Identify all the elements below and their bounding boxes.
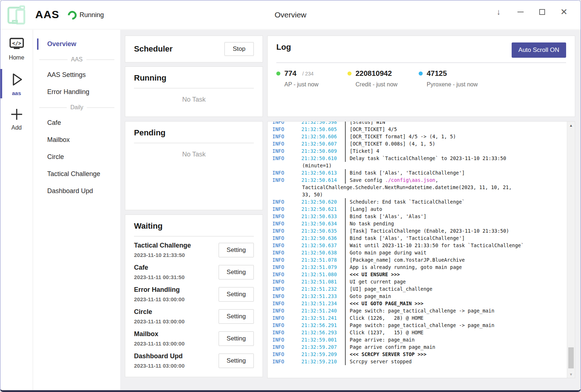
log-time: 21:32:51.232 bbox=[301, 285, 344, 293]
setting-button[interactable]: Setting bbox=[219, 331, 254, 346]
log-view[interactable]: INFO21:32:50.598[Status] WININFO21:32:50… bbox=[267, 121, 575, 378]
log-message: Bind task ['Alas', 'TacticalChallenge'] bbox=[350, 234, 575, 242]
log-time: 21:32:59.210 bbox=[301, 358, 344, 365]
log-level: INFO bbox=[272, 343, 301, 351]
log-message: Wait until 2023-11-10 21:33:50 for task … bbox=[350, 242, 575, 249]
log-message: Scheduler: End task `TacticalChallenge` bbox=[350, 198, 575, 205]
rail-item-aas[interactable]: aas bbox=[0, 68, 33, 100]
log-row: INFO21:32:50.610Delay task `TacticalChal… bbox=[272, 155, 575, 162]
log-message: Click (1226, 28) @ HOME bbox=[350, 314, 575, 322]
log-time: 21:32:50.634 bbox=[301, 220, 344, 227]
sidebar-item-mailbox[interactable]: Mailbox bbox=[33, 133, 120, 147]
scrollbar-up-icon[interactable]: ▲ bbox=[567, 122, 575, 129]
code-monitor-icon: </> bbox=[9, 37, 24, 53]
log-message: App is already running, goto main page bbox=[350, 264, 575, 271]
log-row: INFO21:32:59.209<<< SCRCPY SERVER STOP >… bbox=[272, 351, 575, 358]
log-message: Page arrive: page_main bbox=[350, 336, 575, 343]
log-time: 21:32:50.606 bbox=[301, 133, 344, 140]
setting-button[interactable]: Setting bbox=[219, 354, 254, 368]
setting-button[interactable]: Setting bbox=[219, 265, 254, 279]
setting-button[interactable]: Setting bbox=[219, 243, 254, 257]
log-time: 21:32:50.605 bbox=[301, 126, 344, 133]
waiting-title: Waiting bbox=[134, 221, 254, 231]
scrollbar-thumb[interactable] bbox=[568, 347, 574, 368]
log-level: INFO bbox=[272, 271, 301, 278]
waiting-task-row: Circle2023-11-11 03:00:00Setting bbox=[134, 305, 254, 327]
stop-button[interactable]: Stop bbox=[224, 42, 254, 56]
log-separator bbox=[345, 126, 346, 133]
log-level: INFO bbox=[272, 121, 301, 126]
left-rail: </>HomeaasAdd bbox=[0, 30, 33, 390]
rail-item-home[interactable]: </>Home bbox=[0, 33, 33, 65]
log-scrollbar[interactable]: ▲ ▼ bbox=[567, 122, 575, 378]
log-level: INFO bbox=[272, 140, 301, 147]
log-row: INFO21:32:50.605[OCR_TICKET] 4/5 bbox=[272, 126, 575, 133]
waiting-task-time: 2023-11-11 00:31:50 bbox=[134, 274, 184, 280]
log-message: Click (1237, 15) @ HOME bbox=[350, 329, 575, 336]
log-level: INFO bbox=[272, 249, 301, 256]
log-message: Bind task ['Alas', 'TacticalChallenge'] bbox=[350, 169, 575, 176]
sidebar-item-cafe[interactable]: Cafe bbox=[33, 116, 120, 130]
waiting-task-info: Mailbox2023-11-11 03:00:00 bbox=[134, 330, 184, 347]
waiting-task-info: Circle2023-11-11 03:00:00 bbox=[134, 308, 184, 324]
log-row: INFO21:32:50.634No task pending bbox=[272, 220, 575, 227]
log-message: [OCR_TICKET] 4/5 bbox=[350, 126, 575, 133]
log-time: 21:32:50.635 bbox=[301, 227, 344, 234]
log-separator bbox=[345, 140, 346, 147]
auto-scroll-button[interactable]: Auto Scroll ON bbox=[512, 42, 566, 58]
nav-section-divider: AAS bbox=[33, 54, 120, 65]
log-row: INFO21:32:50.609[Ticket] 4 bbox=[272, 147, 575, 155]
pending-title: Pending bbox=[134, 128, 254, 138]
log-row: INFO21:32:51.078[Package_name] com.Yosta… bbox=[272, 256, 575, 264]
minimize-icon[interactable] bbox=[514, 5, 527, 19]
sidebar-item-dashboard-upd[interactable]: Dashboard Upd bbox=[33, 184, 120, 198]
waiting-task-time: 2023-11-11 03:00:00 bbox=[134, 296, 184, 302]
sidebar-item-circle[interactable]: Circle bbox=[33, 150, 120, 164]
log-message: Page switch: page_tactical_challenge -> … bbox=[350, 322, 575, 329]
setting-button[interactable]: Setting bbox=[219, 287, 254, 302]
close-icon[interactable]: ✕ bbox=[557, 5, 570, 19]
update-arrow-icon[interactable]: ↓ bbox=[492, 5, 505, 19]
waiting-task-name: Mailbox bbox=[134, 330, 184, 338]
log-message: Page arrive confirm page_main bbox=[350, 343, 575, 351]
log-time: 21:32:50.610 bbox=[301, 155, 344, 162]
scheduler-card: Scheduler Stop bbox=[125, 36, 263, 62]
log-level: INFO bbox=[272, 242, 301, 249]
log-time: 21:32:50.614 bbox=[301, 176, 344, 184]
log-message: <<< UI GOTO PAGE_MAIN >>> bbox=[350, 300, 575, 307]
log-separator bbox=[345, 205, 346, 213]
waiting-task-row: Dashboard Upd2023-11-11 03:00:00Setting bbox=[134, 350, 254, 372]
log-time: 21:32:56.291 bbox=[301, 322, 344, 329]
sidebar-item-error-handling[interactable]: Error Handling bbox=[33, 85, 120, 99]
stat-dot-icon bbox=[419, 72, 423, 75]
log-separator bbox=[345, 198, 346, 205]
waiting-task-time: 2023-11-11 03:00:00 bbox=[134, 340, 184, 347]
log-separator bbox=[345, 329, 346, 336]
stat-value: 47125 bbox=[427, 69, 447, 78]
sidebar-item-overview[interactable]: Overview bbox=[33, 37, 120, 51]
log-row: INFO21:32:50.598[Status] WIN bbox=[272, 121, 575, 126]
stat-item: 47125Pyroxene - just now bbox=[419, 69, 490, 88]
waiting-task-row: Cafe2023-11-11 00:31:50Setting bbox=[134, 261, 254, 283]
waiting-task-info: Error Handling2023-11-11 03:00:00 bbox=[134, 286, 184, 302]
log-row: INFO21:32:51.240Page switch: page_tactic… bbox=[272, 307, 575, 314]
maximize-icon[interactable] bbox=[536, 5, 549, 19]
rail-item-label: Home bbox=[9, 54, 24, 61]
scrollbar-down-icon[interactable]: ▼ bbox=[567, 371, 575, 378]
log-separator bbox=[345, 121, 346, 126]
log-separator bbox=[345, 220, 346, 227]
sidebar-item-tactical-challenge[interactable]: Tactical Challenge bbox=[33, 167, 120, 181]
log-level: INFO bbox=[272, 169, 301, 176]
waiting-task-name: Cafe bbox=[134, 264, 184, 271]
rail-item-add[interactable]: Add bbox=[0, 103, 33, 135]
sidebar-item-aas-settings[interactable]: AAS Settings bbox=[33, 68, 120, 82]
log-level: INFO bbox=[272, 285, 301, 293]
log-message: No task pending bbox=[350, 220, 575, 227]
nav-section-label: Daily bbox=[70, 104, 84, 111]
log-row: INFO21:32:50.633Bind task ['Alas', 'Alas… bbox=[272, 213, 575, 220]
log-separator bbox=[345, 249, 346, 256]
log-message: <<< SCRCPY SERVER STOP >>> bbox=[350, 351, 575, 358]
log-row: INFO21:32:59.001Page arrive: page_main bbox=[272, 336, 575, 343]
log-row: INFO21:32:59.210Scrcpy server stopped bbox=[272, 358, 575, 365]
setting-button[interactable]: Setting bbox=[219, 309, 254, 324]
